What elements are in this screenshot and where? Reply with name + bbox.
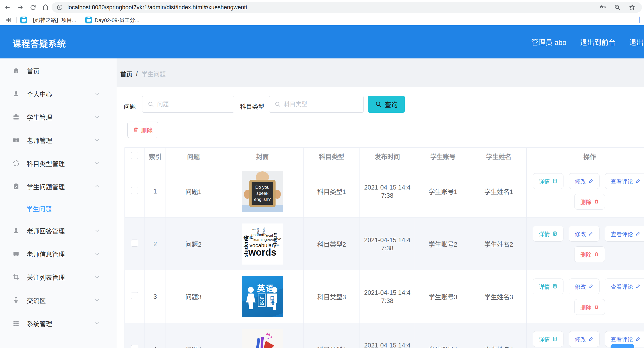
col-header-subject: 科目类型 — [304, 148, 360, 165]
cell-publish-time: 2021-04-15 14:4 7:38 — [360, 165, 415, 218]
forward-icon[interactable] — [16, 3, 25, 12]
svg-text:economy: economy — [251, 232, 267, 237]
cell-publish-time: 2021-04-15 14:4 7:38 — [360, 218, 415, 270]
view-comments-button[interactable]: 查看评论 — [605, 279, 644, 294]
cell-publish-time: 2021-04-15 14:4 7:38 — [360, 270, 415, 323]
table-row: 2 问题2 words vocabulary students learn ec… — [125, 218, 644, 270]
delete-button[interactable]: 删除 — [574, 246, 605, 262]
col-header-publish-time: 发布时间 — [360, 148, 415, 165]
logout-link[interactable]: 退出登录 — [629, 37, 644, 47]
bookmark-drop-indicator — [639, 17, 640, 23]
home-icon[interactable] — [41, 3, 50, 12]
subject-filter-input[interactable] — [284, 96, 361, 112]
bookmark-star-icon[interactable] — [628, 3, 637, 12]
bookmark-label: 【码神之路】项目... — [30, 16, 76, 24]
detail-button[interactable]: 详情 — [533, 279, 563, 294]
cell-account: 学生账号2 — [415, 218, 471, 270]
chevron-down-icon — [94, 137, 100, 143]
sidebar-item-student-question-management[interactable]: 学生问题管理 — [0, 175, 117, 198]
reload-icon[interactable] — [28, 3, 37, 12]
app-title: 课程答疑系统 — [12, 37, 66, 49]
sidebar-nav: 首页 个人中心 学生管理 老师管理 科目类型管理 学生问题管理 学生问题 老师回… — [0, 58, 117, 348]
sidebar-subitem-student-question[interactable]: 学生问题 — [0, 198, 117, 219]
detail-button[interactable]: 详情 — [533, 173, 563, 189]
film-icon — [12, 136, 20, 144]
cell-subject: 科目类型3 — [304, 270, 360, 323]
chevron-down-icon — [94, 274, 100, 280]
sidebar-item-teacher-answer-management[interactable]: 老师回答管理 — [0, 219, 117, 242]
col-header-index: 索引 — [145, 148, 166, 165]
svg-text:love: love — [274, 237, 281, 241]
question-filter-input[interactable] — [157, 96, 231, 112]
sidebar-item-follow-list-management[interactable]: 关注列表管理 — [0, 265, 117, 289]
sidebar-item-teacher-management[interactable]: 老师管理 — [0, 128, 117, 152]
bookmark-item[interactable]: Day02-09-员工分... — [85, 16, 139, 24]
main-content: 首页 / 学生问题 问题 科目类型 查询 删除 — [117, 58, 644, 348]
site-info-icon[interactable] — [55, 3, 64, 12]
detail-button[interactable]: 详情 — [533, 331, 563, 347]
breadcrumb: 首页 / 学生问题 — [120, 69, 166, 78]
view-comments-button[interactable]: 查看评论 — [605, 173, 644, 189]
chevron-down-icon — [94, 114, 100, 120]
sidebar-item-discussion-area[interactable]: 交流区 — [0, 289, 117, 312]
table-row: 3 问题3 英语 生活 — [125, 270, 644, 323]
search-button[interactable]: 查询 — [368, 96, 405, 113]
sidebar-item-teacher-info-management[interactable]: 老师信息管理 — [0, 242, 117, 265]
view-comments-button[interactable]: 查看评论 — [605, 226, 644, 242]
table-row: 4 问题4 科目类型4 — [125, 323, 644, 348]
apps-grid-icon[interactable] — [4, 16, 13, 24]
search-icon — [148, 101, 154, 108]
chevron-down-icon — [94, 91, 100, 97]
row-checkbox[interactable] — [131, 292, 138, 299]
cell-name: 学生姓名2 — [471, 218, 527, 270]
detail-button[interactable]: 详情 — [533, 226, 563, 242]
row-checkbox[interactable] — [131, 240, 138, 247]
chevron-down-icon — [94, 297, 100, 303]
table-row: 1 问题1 Do you speak english? 科目类型1 2021-0… — [125, 165, 644, 218]
exit-to-front-link[interactable]: 退出到前台 — [580, 37, 616, 47]
edit-button[interactable]: 修改 — [569, 279, 600, 294]
bookmarks-separator — [16, 17, 17, 23]
dashed-circle-icon — [12, 160, 20, 167]
svg-text:emic: emic — [243, 235, 253, 240]
url-text[interactable]: localhost:8080/springboot7vkr1/admin/dis… — [67, 4, 598, 11]
row-checkbox[interactable] — [131, 187, 138, 194]
cell-index: 3 — [145, 270, 166, 323]
delete-button[interactable]: 删除 — [574, 194, 605, 210]
cell-index: 2 — [145, 218, 166, 270]
cell-publish-time: 2021-04-15 14:4 7:38 — [360, 323, 415, 348]
edit-button[interactable]: 修改 — [569, 226, 600, 242]
row-checkbox[interactable] — [131, 345, 138, 348]
grid-icon — [12, 320, 20, 327]
bilibili-favicon — [20, 17, 27, 23]
breadcrumb-home[interactable]: 首页 — [120, 69, 132, 78]
zoom-icon[interactable] — [613, 3, 622, 12]
password-key-icon[interactable] — [598, 3, 607, 12]
edit-button[interactable]: 修改 — [569, 173, 600, 189]
sidebar-item-subject-type-management[interactable]: 科目类型管理 — [0, 152, 117, 175]
cell-question: 问题1 — [166, 165, 221, 218]
col-header-name: 学生姓名 — [471, 148, 527, 165]
question-filter-label: 问题 — [124, 102, 136, 111]
bulk-delete-button[interactable]: 删除 — [127, 122, 158, 138]
sidebar-item-home[interactable]: 首页 — [0, 59, 117, 82]
cell-index: 4 — [145, 323, 166, 348]
bookmark-item[interactable]: 【码神之路】项目... — [20, 16, 76, 24]
clipboard-check-icon — [12, 183, 20, 190]
bookmark-label: Day02-09-员工分... — [95, 16, 139, 24]
subject-filter-label: 科目类型 — [240, 102, 264, 111]
delete-button[interactable]: 删除 — [574, 299, 605, 315]
app-header: 课程答疑系统 管理员 abo 退出到前台 退出登录 — [0, 25, 644, 58]
sidebar-item-personal-center[interactable]: 个人中心 — [0, 82, 117, 105]
address-bar[interactable]: localhost:8080/springboot7vkr1/admin/dis… — [52, 2, 642, 13]
select-all-checkbox[interactable] — [131, 152, 138, 159]
user-icon — [12, 90, 20, 97]
cell-name: 学生姓名1 — [471, 165, 527, 218]
edit-button[interactable]: 修改 — [569, 331, 600, 347]
sidebar-item-student-management[interactable]: 学生管理 — [0, 105, 117, 128]
chevron-down-icon — [94, 160, 100, 166]
sidebar-item-system-management[interactable]: 系统管理 — [0, 312, 117, 335]
cell-account: 学生账号3 — [415, 270, 471, 323]
back-to-top-button[interactable] — [611, 344, 634, 348]
back-icon[interactable] — [3, 3, 12, 12]
